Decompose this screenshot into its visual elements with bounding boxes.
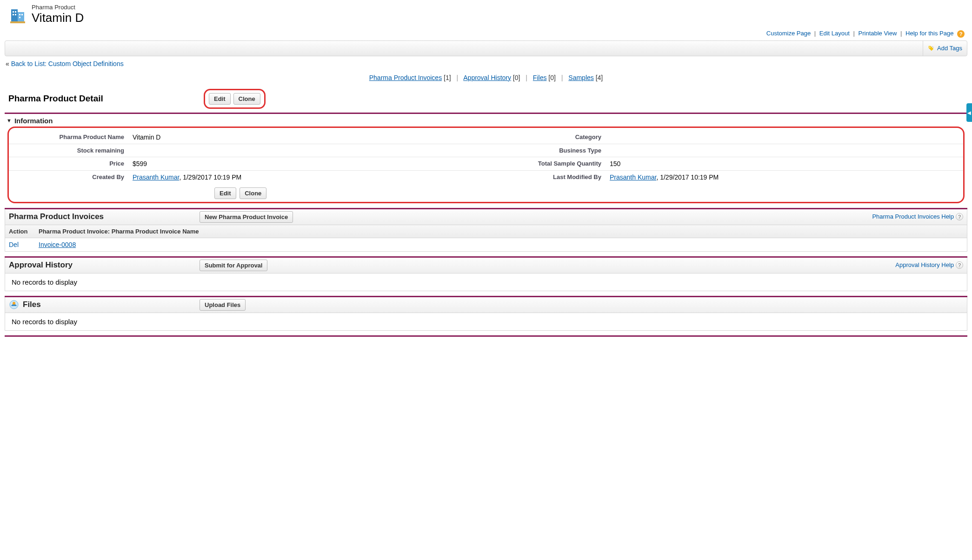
- information-highlight-box: Pharma Product Name Vitamin D Category S…: [7, 127, 965, 203]
- detail-buttons-bottom: Edit Clone: [9, 184, 963, 199]
- related-files-section: Files Upload Files No records to display: [5, 296, 967, 331]
- edit-layout-link[interactable]: Edit Layout: [819, 30, 850, 37]
- field-value-tsq: 150: [607, 157, 963, 170]
- nav-invoices[interactable]: Pharma Product Invoices: [369, 74, 442, 81]
- svg-point-10: [929, 47, 930, 47]
- help-icon[interactable]: ?: [957, 30, 965, 38]
- related-files-title: Files: [23, 300, 200, 309]
- svg-rect-5: [15, 14, 16, 15]
- help-icon[interactable]: ?: [956, 261, 963, 269]
- field-label-price: Price: [9, 157, 130, 170]
- nav-samples[interactable]: Samples: [568, 74, 593, 81]
- printable-view-link[interactable]: Printable View: [859, 30, 897, 37]
- field-label-name: Pharma Product Name: [9, 131, 130, 144]
- svg-rect-2: [13, 11, 14, 13]
- field-label-tsq: Total Sample Quantity: [486, 157, 607, 170]
- upload-files-button[interactable]: Upload Files: [200, 299, 246, 311]
- field-value-biztype: [607, 144, 963, 157]
- invoice-name-link[interactable]: Invoice-0008: [39, 241, 76, 248]
- col-action: Action: [5, 225, 35, 238]
- nav-approval[interactable]: Approval History: [463, 74, 511, 81]
- field-value-price: $599: [130, 157, 486, 170]
- created-by-user-link[interactable]: Prasanth Kumar: [133, 173, 179, 181]
- side-expand-tab[interactable]: ◀: [966, 103, 972, 122]
- add-tags-link[interactable]: Add Tags: [928, 45, 962, 52]
- svg-rect-9: [10, 21, 25, 23]
- svg-rect-3: [15, 11, 16, 13]
- new-invoice-button[interactable]: New Pharma Product Invoice: [200, 211, 293, 223]
- back-link-row: « Back to List: Custom Object Definition…: [5, 56, 967, 72]
- field-label-modified: Last Modified By: [486, 171, 607, 184]
- top-action-links: Customize Page | Edit Layout | Printable…: [5, 28, 967, 40]
- related-invoices-title: Pharma Product Invoices: [9, 212, 200, 221]
- field-value-stock: [130, 144, 486, 157]
- customize-page-link[interactable]: Customize Page: [766, 30, 811, 37]
- tag-icon: [928, 45, 934, 52]
- svg-rect-6: [19, 14, 20, 15]
- col-invoice-name: Pharma Product Invoice: Pharma Product I…: [35, 225, 967, 238]
- field-value-category: [607, 131, 963, 144]
- approval-help-link[interactable]: Approval History Help: [895, 261, 954, 268]
- record-name: Vitamin D: [32, 11, 84, 25]
- back-to-list-link[interactable]: Back to List: Custom Object Definitions: [11, 60, 124, 67]
- related-approval-title: Approval History: [9, 260, 200, 270]
- collapse-icon: ▼: [7, 118, 12, 123]
- submit-approval-button[interactable]: Submit for Approval: [200, 260, 267, 271]
- object-type-label: Pharma Product: [32, 4, 84, 11]
- edit-button-bottom[interactable]: Edit: [214, 187, 236, 199]
- information-section-toggle[interactable]: ▼ Information: [5, 115, 967, 127]
- svg-rect-1: [18, 12, 24, 22]
- invoices-table: Action Pharma Product Invoice: Pharma Pr…: [5, 225, 967, 252]
- clone-button-bottom[interactable]: Clone: [240, 187, 266, 199]
- field-label-category: Category: [486, 131, 607, 144]
- related-approval-section: Approval History Submit for Approval App…: [5, 256, 967, 291]
- detail-header: Pharma Product Detail Edit Clone: [5, 86, 967, 113]
- detail-title: Pharma Product Detail: [8, 93, 204, 104]
- edit-button[interactable]: Edit: [209, 93, 231, 105]
- tag-bar: Add Tags: [5, 40, 967, 56]
- svg-rect-4: [13, 14, 14, 15]
- delete-invoice-link[interactable]: Del: [9, 241, 19, 248]
- svg-rect-7: [21, 14, 23, 15]
- modified-by-user-link[interactable]: Prasanth Kumar: [610, 173, 656, 181]
- svg-point-12: [13, 302, 15, 305]
- help-icon[interactable]: ?: [956, 213, 963, 220]
- field-label-stock: Stock remaining: [9, 144, 130, 157]
- field-value-name: Vitamin D: [130, 131, 486, 144]
- svg-rect-0: [11, 9, 18, 22]
- page-header: Pharma Product Vitamin D: [5, 0, 967, 28]
- detail-buttons-highlight: Edit Clone: [204, 89, 266, 109]
- files-icon: [9, 300, 19, 310]
- related-list-nav: Pharma Product Invoices [1] | Approval H…: [5, 72, 967, 86]
- table-row: Del Invoice-0008: [5, 238, 967, 251]
- field-value-modified: Prasanth Kumar, 1/29/2017 10:19 PM: [607, 171, 963, 184]
- section-divider: [5, 113, 967, 114]
- field-value-created: Prasanth Kumar, 1/29/2017 10:19 PM: [130, 171, 486, 184]
- nav-files[interactable]: Files: [533, 74, 547, 81]
- related-samples-section-top: [5, 335, 967, 337]
- clone-button[interactable]: Clone: [233, 93, 260, 105]
- svg-rect-8: [19, 17, 20, 18]
- product-icon: [8, 6, 27, 24]
- help-page-link[interactable]: Help for this Page: [905, 30, 953, 37]
- files-no-records: No records to display: [5, 313, 967, 331]
- field-label-biztype: Business Type: [486, 144, 607, 157]
- approval-no-records: No records to display: [5, 273, 967, 291]
- field-label-created: Created By: [9, 171, 130, 184]
- related-invoices-section: Pharma Product Invoices New Pharma Produ…: [5, 208, 967, 252]
- invoices-help-link[interactable]: Pharma Product Invoices Help: [872, 213, 954, 220]
